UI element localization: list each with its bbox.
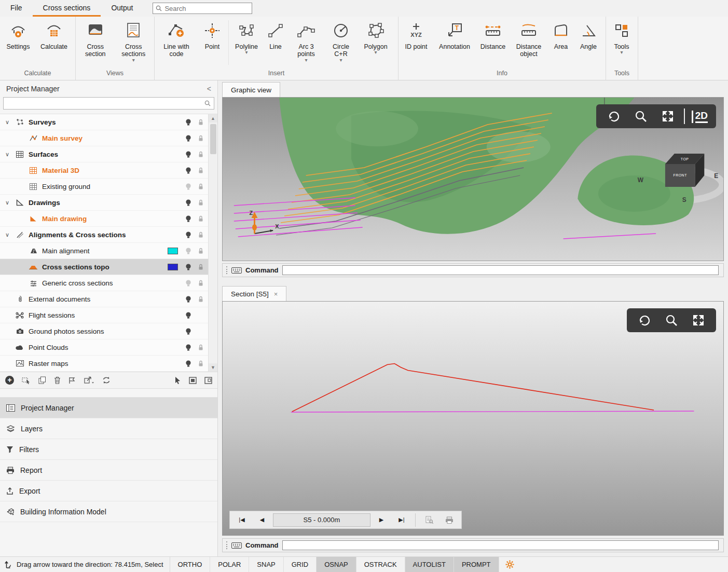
tree-item-alignments[interactable]: ∨ Alignments & Cross sections [0, 227, 208, 243]
lock-icon[interactable] [195, 134, 207, 142]
area-button[interactable]: Area [548, 18, 574, 67]
menu-output[interactable]: Output [101, 0, 143, 17]
visibility-bulb-icon[interactable] [182, 328, 195, 335]
tab-graphic-view[interactable]: Graphic view [222, 82, 280, 97]
expander-icon[interactable]: ∨ [1, 199, 13, 206]
lock-icon[interactable] [195, 151, 207, 158]
lock-icon[interactable] [195, 279, 207, 287]
previous-section-button[interactable]: ◀ [253, 513, 271, 527]
visibility-bulb-icon[interactable] [182, 344, 195, 351]
tree-item-main-drawing[interactable]: Main drawing [0, 211, 208, 227]
orbit-button[interactable] [600, 104, 627, 128]
polyline-button[interactable]: Polyline ▾ [230, 18, 263, 67]
tree-item-external-documents[interactable]: External documents [0, 291, 208, 307]
expander-icon[interactable]: ∨ [1, 231, 13, 238]
nav-export[interactable]: Export [0, 481, 217, 501]
toggle-polar[interactable]: POLAR [210, 557, 249, 572]
angle-button[interactable]: Angle [574, 18, 603, 67]
lock-icon[interactable] [195, 167, 207, 174]
visibility-bulb-icon[interactable] [182, 295, 195, 303]
tree-item-point-clouds[interactable]: Point Clouds [0, 339, 208, 356]
tab-section-s5[interactable]: Section [S5] × [222, 286, 286, 301]
toggle-ostrack[interactable]: OSTRACK [356, 557, 405, 572]
tile-windows-button[interactable] [189, 377, 197, 384]
lock-icon[interactable] [195, 231, 207, 238]
calculate-button[interactable]: Calculate [35, 18, 73, 67]
close-tab-icon[interactable]: × [274, 290, 278, 298]
scrollbar-thumb[interactable] [210, 124, 216, 154]
edit-button[interactable] [22, 376, 31, 384]
expander-icon[interactable]: ∨ [1, 151, 13, 158]
orbit-button[interactable] [631, 308, 658, 332]
tree-search[interactable] [3, 97, 214, 110]
tree-item-generic-cross-sections[interactable]: Generic cross sections [0, 275, 208, 291]
line-with-code-button[interactable]: Line with code [156, 18, 197, 67]
toggle-grid[interactable]: GRID [284, 557, 317, 572]
nav-project-manager[interactable]: Project Manager [0, 398, 217, 418]
add-button[interactable]: + [5, 376, 14, 385]
search-input[interactable] [164, 5, 256, 12]
lock-icon[interactable] [195, 247, 207, 254]
point-button[interactable]: Point [197, 18, 227, 67]
zoom-fit-button[interactable] [654, 104, 681, 128]
lock-icon[interactable] [195, 295, 207, 303]
zoom-fit-button[interactable] [685, 308, 712, 332]
import-button[interactable] [68, 376, 76, 384]
settings-button[interactable]: Settings [1, 18, 35, 67]
visibility-bulb-icon[interactable] [182, 279, 195, 287]
drag-handle[interactable] [226, 266, 228, 274]
visibility-bulb-icon[interactable] [182, 183, 195, 190]
lock-icon[interactable] [195, 118, 207, 126]
section-command-input[interactable] [282, 540, 719, 550]
lock-icon[interactable] [195, 344, 207, 351]
tree-item-material-3d[interactable]: Material 3D [0, 162, 208, 179]
toggle-prompt[interactable]: PROMPT [454, 557, 499, 572]
print-button[interactable] [440, 513, 459, 527]
first-section-button[interactable]: |◀ [232, 513, 251, 527]
refresh-button[interactable] [102, 376, 111, 384]
section-viewport[interactable]: |◀ ◀ S5 - 0.000m ▶ ▶| [222, 301, 724, 536]
toggle-snap[interactable]: SNAP [249, 557, 283, 572]
tree-item-cross-sections-topo[interactable]: Cross sections topo [0, 259, 208, 275]
ribbon-search[interactable] [153, 3, 252, 14]
last-section-button[interactable]: ▶| [392, 513, 411, 527]
color-swatch[interactable] [168, 264, 178, 270]
next-section-button[interactable]: ▶ [372, 513, 391, 527]
lock-icon[interactable] [195, 263, 207, 270]
tree-search-input[interactable] [7, 100, 204, 107]
lock-icon[interactable] [195, 360, 207, 367]
toggle-autolist[interactable]: AUTOLIST [405, 557, 454, 572]
tree-item-existing-ground[interactable]: Existing ground [0, 179, 208, 195]
visibility-bulb-icon[interactable] [182, 263, 195, 271]
lock-icon[interactable] [195, 215, 207, 222]
tree-item-surveys[interactable]: ∨ Surveys [0, 114, 208, 130]
lock-icon[interactable] [195, 183, 207, 190]
visibility-bulb-icon[interactable] [182, 167, 195, 174]
zoom-button[interactable] [627, 104, 654, 128]
tree-item-main-alignment[interactable]: Main alignment [0, 243, 208, 259]
visibility-bulb-icon[interactable] [182, 118, 195, 126]
nav-report[interactable]: Report [0, 460, 217, 481]
tree-item-raster-maps[interactable]: Raster maps [0, 356, 208, 372]
toggle-ortho[interactable]: ORTHO [170, 557, 211, 572]
polygon-button[interactable]: Polygon ▾ [358, 18, 394, 67]
scroll-down-icon[interactable]: ▼ [209, 363, 217, 372]
visibility-bulb-icon[interactable] [182, 151, 195, 158]
print-preview-button[interactable] [420, 513, 438, 527]
nav-bim[interactable]: Building Information Model [0, 501, 217, 522]
visibility-bulb-icon[interactable] [182, 360, 195, 367]
nav-layers[interactable]: Layers [0, 418, 217, 439]
export-button[interactable] [84, 376, 94, 384]
line-button[interactable]: Line [263, 18, 288, 67]
visibility-bulb-icon[interactable] [182, 134, 195, 142]
distance-object-button[interactable]: Distance object [510, 18, 548, 67]
tree-item-main-survey[interactable]: Main survey [0, 130, 208, 146]
expander-icon[interactable]: ∨ [1, 119, 13, 126]
zoom-button[interactable] [658, 308, 685, 332]
tree-item-flight-sessions[interactable]: Flight sessions [0, 307, 208, 323]
id-point-button[interactable]: XYZ ID point [400, 18, 433, 67]
delete-button[interactable] [54, 376, 61, 384]
cross-sections-view-button[interactable]: Cross sections ▾ [114, 18, 153, 67]
drag-handle[interactable] [226, 541, 228, 549]
graphic-command-input[interactable] [282, 265, 719, 275]
